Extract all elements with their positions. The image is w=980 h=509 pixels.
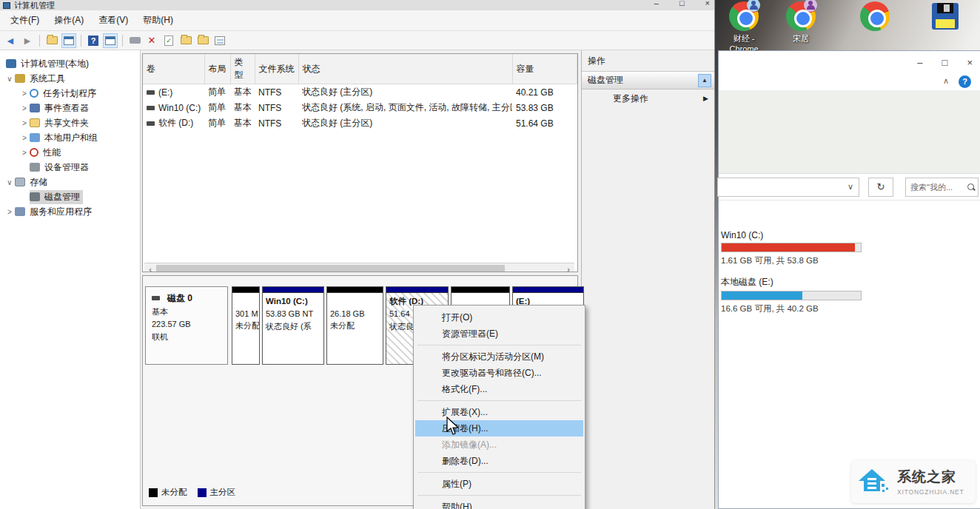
menu-file[interactable]: 文件(F) bbox=[3, 11, 47, 30]
close-button[interactable]: × bbox=[967, 57, 973, 68]
scroll-left-icon[interactable]: ‹ bbox=[144, 265, 156, 273]
tree-item-local-users[interactable]: > 本地用户和组 bbox=[0, 130, 140, 145]
tree-item-storage[interactable]: ∨ 存储 bbox=[0, 175, 140, 189]
expander-icon[interactable]: > bbox=[19, 104, 30, 112]
legend-primary-swatch bbox=[198, 488, 207, 497]
menu-item-open[interactable]: 打开(O) bbox=[415, 309, 583, 326]
actions-panel: 操作 磁盘管理 ▲ 更多操作 ▶ bbox=[581, 50, 714, 509]
maximize-button[interactable]: □ bbox=[679, 0, 685, 7]
table-row[interactable]: Win10 (C:) 简单 基本 NTFS 状态良好 (系统, 启动, 页面文件… bbox=[143, 100, 577, 115]
tree-item-services-applications[interactable]: > 服务和应用程序 bbox=[0, 204, 140, 219]
scrollbar-thumb[interactable] bbox=[156, 265, 505, 273]
col-volume[interactable]: 卷 bbox=[143, 54, 204, 84]
menu-action[interactable]: 操作(A) bbox=[47, 11, 91, 30]
chevron-down-icon[interactable]: ∨ bbox=[848, 182, 853, 192]
show-action-pane-button[interactable] bbox=[103, 33, 118, 48]
col-capacity[interactable]: 容量 bbox=[512, 54, 577, 84]
actions-title: 操作 bbox=[582, 50, 714, 72]
more-actions-item[interactable]: 更多操作 ▶ bbox=[582, 90, 714, 107]
menu-help[interactable]: 帮助(H) bbox=[135, 11, 181, 30]
desktop-icon-label: 宋居 bbox=[777, 33, 825, 44]
menu-view[interactable]: 查看(V) bbox=[91, 11, 135, 30]
tree-item-computer-management[interactable]: 计算机管理(本地) bbox=[0, 56, 140, 71]
drive-item-c[interactable]: Win10 (C:) 1.61 GB 可用, 共 53.8 GB bbox=[721, 230, 869, 266]
tree-item-performance[interactable]: > 性能 bbox=[0, 145, 140, 160]
minimize-button[interactable]: – bbox=[917, 57, 922, 68]
refresh-button[interactable] bbox=[178, 33, 193, 48]
tree-item-disk-management[interactable]: 磁盘管理 bbox=[0, 189, 140, 204]
close-button[interactable]: × bbox=[705, 0, 710, 7]
document-check-icon: ✓ bbox=[164, 36, 173, 46]
expander-icon[interactable]: ∨ bbox=[4, 75, 15, 83]
folder-search-icon bbox=[198, 36, 209, 44]
tree-item-label: 共享文件夹 bbox=[44, 117, 89, 129]
show-console-tree-button[interactable] bbox=[61, 33, 76, 48]
up-one-level-button[interactable] bbox=[44, 33, 59, 48]
menu-item-properties[interactable]: 属性(P) bbox=[415, 476, 583, 492]
col-type[interactable]: 类型 bbox=[230, 54, 255, 84]
view-options-button[interactable] bbox=[212, 33, 227, 48]
menu-item-delete-volume[interactable]: 删除卷(D)... bbox=[415, 453, 583, 469]
expander-icon[interactable]: > bbox=[19, 134, 30, 142]
rescan-disks-button[interactable] bbox=[127, 33, 142, 48]
scroll-right-icon[interactable]: › bbox=[563, 265, 574, 273]
table-row[interactable]: 软件 (D:) 简单 基本 NTFS 状态良好 (主分区) 51.64 GB bbox=[143, 115, 577, 131]
desktop-icon-chrome-finance[interactable]: 财经 - Chrome bbox=[720, 1, 768, 55]
minimize-button[interactable]: – bbox=[654, 0, 659, 7]
refresh-button[interactable]: ↻ bbox=[868, 178, 893, 197]
shared-folders-icon bbox=[30, 118, 40, 127]
desktop-icon-chrome-profile2[interactable]: 宋居 bbox=[777, 1, 825, 44]
menu-item-format[interactable]: 格式化(F)... bbox=[415, 381, 583, 397]
partition-win10-c[interactable]: Win10 (C:) 53.83 GB NT 状态良好 (系 bbox=[262, 286, 324, 365]
expander-icon[interactable]: ∨ bbox=[4, 178, 15, 186]
tree-item-event-viewer[interactable]: > 事件查看器 bbox=[0, 101, 140, 115]
drive-item-e[interactable]: 本地磁盘 (E:) 16.6 GB 可用, 共 40.2 GB bbox=[721, 276, 869, 314]
partition-unallocated-1[interactable]: 301 M 未分配 bbox=[232, 286, 260, 365]
partition-unallocated-2[interactable]: 26.18 GB 未分配 bbox=[326, 286, 383, 365]
desktop-icon-floppy[interactable] bbox=[922, 3, 969, 30]
menu-item-explorer[interactable]: 资源管理器(E) bbox=[415, 326, 583, 342]
tree-item-label: 任务计划程序 bbox=[43, 87, 96, 100]
tree-item-shared-folders[interactable]: > 共享文件夹 bbox=[0, 115, 140, 130]
tree-item-task-scheduler[interactable]: > 任务计划程序 bbox=[0, 86, 140, 101]
menu-item-help[interactable]: 帮助(H) bbox=[415, 499, 583, 509]
explore-button[interactable] bbox=[195, 33, 210, 48]
menu-item-add-mirror[interactable]: 添加镜像(A)... bbox=[415, 436, 583, 453]
forward-button[interactable]: ► bbox=[20, 33, 35, 48]
menu-item-change-drive-letter[interactable]: 更改驱动器号和路径(C)... bbox=[415, 365, 583, 381]
actions-section-disk-management[interactable]: 磁盘管理 ▲ bbox=[582, 72, 714, 90]
title-bar[interactable]: 计算机管理 – □ × bbox=[0, 0, 714, 10]
unallocated-bar bbox=[232, 287, 259, 293]
expander-icon[interactable]: > bbox=[4, 208, 15, 216]
col-status[interactable]: 状态 bbox=[298, 54, 512, 84]
desktop-icon-chrome[interactable] bbox=[851, 1, 899, 31]
volume-list-panel: 卷 布局 类型 文件系统 状态 容量 (E:) 简单 基本 NTFS bbox=[142, 53, 578, 272]
search-box[interactable]: 搜索"我的... bbox=[905, 178, 979, 197]
collapse-ribbon-icon[interactable]: ∧ bbox=[943, 76, 949, 86]
tree-item-device-manager[interactable]: 设备管理器 bbox=[0, 160, 140, 175]
disk0-info[interactable]: 磁盘 0 基本 223.57 GB 联机 bbox=[145, 286, 228, 365]
back-button[interactable]: ◄ bbox=[3, 33, 18, 48]
folder-arrow-icon bbox=[181, 36, 192, 44]
usage-bar bbox=[721, 243, 862, 252]
col-filesystem[interactable]: 文件系统 bbox=[255, 54, 298, 84]
col-layout[interactable]: 布局 bbox=[204, 54, 230, 84]
expander-icon[interactable]: > bbox=[19, 119, 30, 127]
collapse-section-button[interactable]: ▲ bbox=[698, 74, 711, 87]
explorer-title-bar[interactable]: – □ × bbox=[719, 51, 980, 75]
menu-item-extend-volume[interactable]: 扩展卷(X)... bbox=[415, 404, 583, 420]
tree-item-system-tools[interactable]: ∨ 系统工具 bbox=[0, 71, 140, 86]
explorer-help-icon[interactable]: ? bbox=[959, 75, 971, 88]
horizontal-scrollbar[interactable]: ‹ › bbox=[144, 263, 574, 272]
tree-item-label: 磁盘管理 bbox=[44, 191, 80, 203]
help-button[interactable]: ? bbox=[86, 33, 101, 48]
table-row[interactable]: (E:) 简单 基本 NTFS 状态良好 (主分区) 40.21 GB bbox=[143, 84, 577, 101]
address-bar[interactable]: ∨ bbox=[717, 178, 859, 197]
menu-item-shrink-volume[interactable]: 压缩卷(H)... bbox=[415, 420, 583, 436]
maximize-button[interactable]: □ bbox=[942, 57, 948, 68]
properties-button[interactable]: ✓ bbox=[161, 33, 176, 48]
menu-item-mark-active[interactable]: 将分区标记为活动分区(M) bbox=[415, 348, 583, 365]
expander-icon[interactable]: > bbox=[19, 90, 30, 98]
delete-button[interactable]: ✕ bbox=[144, 33, 159, 48]
expander-icon[interactable]: > bbox=[19, 149, 30, 157]
